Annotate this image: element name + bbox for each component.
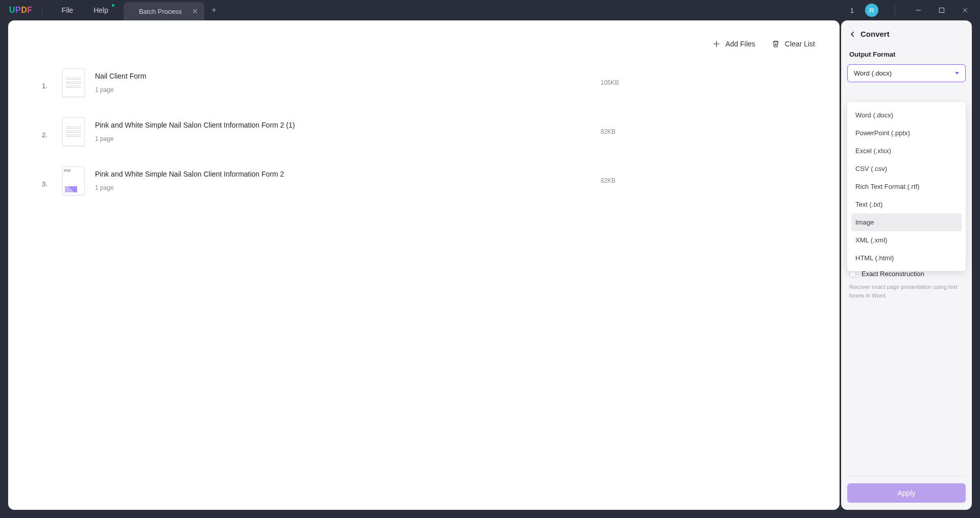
tab-title: Batch Process [139, 8, 182, 15]
close-button[interactable] [955, 3, 975, 18]
file-size: 82KB [601, 177, 815, 184]
file-name: Pink and White Simple Nail Salon Client … [95, 121, 590, 129]
output-format-label: Output Format [847, 51, 966, 58]
list-toolbar: Add Files Clear List [32, 34, 825, 58]
panel-header[interactable]: Convert [847, 30, 966, 38]
file-size: 105KB [601, 79, 815, 86]
convert-panel: Convert Output Format Word (.docx) Word … [841, 20, 972, 510]
format-option[interactable]: CSV (.csv) [851, 160, 962, 178]
trash-icon [772, 40, 780, 48]
new-tab-button[interactable]: + [204, 5, 224, 16]
minimize-icon [915, 7, 921, 13]
format-option[interactable]: PowerPoint (.pptx) [851, 124, 962, 142]
separator [42, 6, 42, 15]
file-index: 2. [42, 131, 52, 139]
clear-list-button[interactable]: Clear List [772, 40, 815, 48]
clear-list-label: Clear List [785, 40, 815, 48]
file-pages: 1 page [95, 135, 590, 142]
help-text: Recover exact page presentation using te… [847, 283, 966, 300]
minimize-button[interactable] [909, 3, 928, 18]
file-name: Nail Client Form [95, 72, 590, 80]
app-logo: UPDF [9, 6, 33, 15]
file-thumbnail: PDF [62, 166, 85, 195]
close-tab-icon[interactable]: ✕ [192, 7, 198, 15]
file-index: 3. [42, 180, 52, 188]
file-info: Nail Client Form1 page [95, 72, 590, 93]
file-list-panel: Add Files Clear List 1.Nail Client Form1… [32, 34, 825, 205]
app-body: Add Files Clear List 1.Nail Client Form1… [0, 20, 980, 518]
panel-title: Convert [861, 30, 890, 38]
add-files-label: Add Files [726, 40, 755, 48]
close-icon [962, 7, 968, 13]
file-row[interactable]: 2.Pink and White Simple Nail Salon Clien… [42, 107, 815, 156]
tab-bar: Batch Process ✕ + [124, 0, 224, 20]
exact-reconstruction-option[interactable]: Exact Reconstruction [847, 270, 966, 278]
apply-button[interactable]: Apply [847, 483, 966, 503]
file-size: 82KB [601, 128, 815, 135]
format-option[interactable]: HTML (.html) [851, 249, 962, 267]
format-option[interactable]: Rich Text Format (.rtf) [851, 178, 962, 195]
radio-icon [849, 270, 856, 278]
main-panel: Add Files Clear List 1.Nail Client Form1… [8, 20, 840, 510]
page-indicator[interactable]: 1 [850, 7, 856, 14]
file-name: Pink and White Simple Nail Salon Client … [95, 170, 590, 178]
chevron-left-icon [849, 31, 856, 38]
add-files-button[interactable]: Add Files [712, 40, 755, 48]
maximize-icon [939, 7, 945, 13]
output-format-select[interactable]: Word (.docx) [847, 64, 966, 82]
user-avatar[interactable]: R [865, 4, 878, 17]
selected-format: Word (.docx) [854, 69, 892, 77]
file-row[interactable]: 3.PDFPink and White Simple Nail Salon Cl… [42, 156, 815, 205]
radio-label: Exact Reconstruction [862, 270, 924, 278]
file-index: 1. [42, 82, 52, 90]
file-pages: 1 page [95, 86, 590, 93]
file-thumbnail [62, 68, 85, 97]
format-option[interactable]: Image [851, 213, 962, 231]
file-info: Pink and White Simple Nail Salon Client … [95, 121, 590, 142]
page-number: 1 [850, 7, 854, 14]
titlebar: UPDF File Help Batch Process ✕ + 1 R [0, 0, 980, 20]
format-option[interactable]: Excel (.xlsx) [851, 142, 962, 160]
divider [847, 476, 966, 476]
svg-rect-1 [940, 8, 944, 13]
format-dropdown: Word (.docx)PowerPoint (.pptx)Excel (.xl… [847, 102, 966, 271]
titlebar-right: 1 R [850, 3, 975, 18]
plus-icon [712, 40, 721, 48]
menu-file[interactable]: File [52, 2, 84, 18]
file-row[interactable]: 1.Nail Client Form1 page105KB [42, 58, 815, 107]
format-option[interactable]: Word (.docx) [851, 106, 962, 124]
file-thumbnail [62, 117, 85, 146]
file-list: 1.Nail Client Form1 page105KB2.Pink and … [32, 58, 825, 205]
dropdown-arrow-icon [955, 72, 959, 75]
maximize-button[interactable] [932, 3, 951, 18]
format-option[interactable]: XML (.xml) [851, 231, 962, 249]
file-pages: 1 page [95, 184, 590, 191]
format-option[interactable]: Text (.txt) [851, 195, 962, 213]
separator [895, 6, 895, 15]
menu-help[interactable]: Help [83, 2, 118, 18]
file-info: Pink and White Simple Nail Salon Client … [95, 170, 590, 191]
tab-batch-process[interactable]: Batch Process ✕ [124, 2, 204, 20]
